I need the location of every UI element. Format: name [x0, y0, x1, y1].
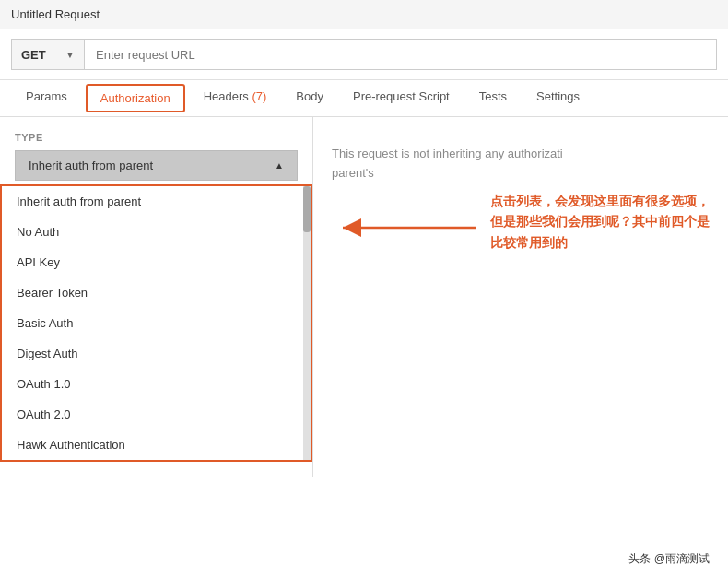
- dropdown-items: Inherit auth from parent No Auth API Key…: [2, 186, 303, 460]
- dropdown-item-no-auth[interactable]: No Auth: [2, 217, 303, 247]
- annotation-text: 点击列表，会发现这里面有很多选项，但是那些我们会用到呢？其中前四个是比较常用到的: [490, 191, 710, 253]
- right-panel: This request is not inheriting any autho…: [313, 117, 728, 477]
- tab-bar: Params Authorization Headers (7) Body Pr…: [0, 80, 728, 117]
- scrollbar-thumb[interactable]: [303, 186, 311, 232]
- tab-body[interactable]: Body: [281, 80, 338, 116]
- footer-text: 头条 @雨滴测试: [628, 552, 710, 565]
- dropdown-item-digest-auth[interactable]: Digest Auth: [2, 338, 303, 369]
- tab-settings-label: Settings: [536, 89, 580, 103]
- tab-params[interactable]: Params: [11, 80, 82, 116]
- dropdown-item-api-key[interactable]: API Key: [2, 247, 303, 277]
- tab-authorization-label: Authorization: [100, 91, 170, 105]
- scrollbar-track[interactable]: [303, 186, 311, 460]
- method-dropdown[interactable]: GET ▼: [11, 39, 85, 70]
- tab-headers[interactable]: Headers (7): [189, 80, 282, 116]
- dropdown-item-hawk[interactable]: Hawk Authentication: [2, 430, 303, 460]
- dropdown-arrow-icon: ▲: [275, 160, 284, 171]
- type-label: TYPE: [0, 132, 312, 150]
- tab-body-label: Body: [296, 89, 323, 103]
- tab-headers-label: Headers (7): [204, 89, 267, 103]
- dropdown-item-inherit[interactable]: Inherit auth from parent: [2, 186, 303, 217]
- auth-type-dropdown[interactable]: Inherit auth from parent ▲: [15, 150, 298, 181]
- auth-type-dropdown-list: Inherit auth from parent No Auth API Key…: [0, 184, 312, 462]
- tab-tests-label: Tests: [479, 89, 507, 103]
- window-title: Untitled Request: [11, 7, 100, 21]
- dropdown-item-bearer-token[interactable]: Bearer Token: [2, 277, 303, 308]
- dropdown-item-basic-auth[interactable]: Basic Auth: [2, 308, 303, 338]
- annotation: 点击列表，会发现这里面有很多选项，但是那些我们会用到呢？其中前四个是比较常用到的: [490, 191, 710, 253]
- title-bar: Untitled Request: [0, 0, 728, 29]
- dropdown-scroll-container: Inherit auth from parent No Auth API Key…: [2, 186, 311, 460]
- method-dropdown-arrow: ▼: [65, 50, 75, 60]
- tab-tests[interactable]: Tests: [464, 80, 522, 116]
- footer: 头条 @雨滴测试: [628, 551, 710, 567]
- method-label: GET: [21, 48, 46, 62]
- dropdown-item-oauth2[interactable]: OAuth 2.0: [2, 399, 303, 430]
- dropdown-item-oauth1[interactable]: OAuth 1.0: [2, 369, 303, 399]
- headers-badge: (7): [252, 89, 266, 103]
- auth-type-selected-label: Inherit auth from parent: [29, 159, 153, 172]
- tab-authorization[interactable]: Authorization: [86, 84, 185, 112]
- info-text: This request is not inheriting any autho…: [332, 145, 710, 183]
- tab-params-label: Params: [26, 89, 67, 103]
- annotation-arrow: [334, 200, 481, 255]
- content-area: TYPE Inherit auth from parent ▲ Inherit …: [0, 117, 728, 477]
- tab-pre-request-script-label: Pre-request Script: [353, 89, 450, 103]
- left-panel: TYPE Inherit auth from parent ▲ Inherit …: [0, 117, 313, 477]
- tab-pre-request-script[interactable]: Pre-request Script: [338, 80, 464, 116]
- url-input[interactable]: [85, 39, 717, 70]
- url-bar: GET ▼: [0, 29, 728, 80]
- tab-settings[interactable]: Settings: [522, 80, 594, 116]
